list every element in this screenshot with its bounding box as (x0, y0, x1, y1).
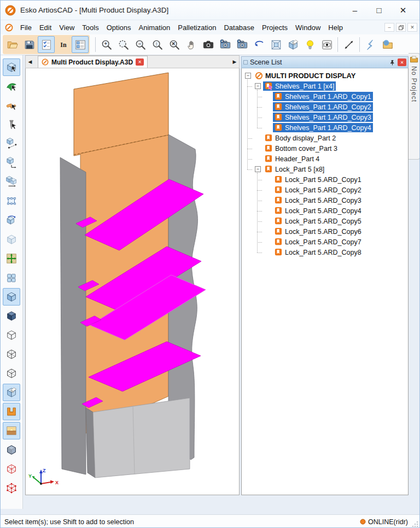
units-button[interactable]: In (55, 36, 72, 53)
menu-projects[interactable]: Projects (258, 22, 291, 33)
resize-grip[interactable] (412, 521, 418, 527)
next-view-button[interactable]: » (234, 36, 250, 53)
rotate-object-button[interactable] (3, 212, 20, 229)
view-wireframe-red-button[interactable] (3, 460, 20, 478)
close-button[interactable]: ✕ (391, 2, 415, 19)
select-part-button[interactable] (3, 97, 20, 114)
panel-close-icon[interactable]: ✕ (398, 58, 406, 66)
move-along-axis-button[interactable] (3, 154, 20, 172)
title-bar: Esko ArtiosCAD - [Multi Product Display.… (1, 1, 419, 20)
open-button[interactable] (4, 36, 21, 53)
tree-connector (247, 169, 252, 170)
view-shaded-button[interactable] (3, 307, 20, 325)
tab-close-icon[interactable]: ✕ (136, 58, 144, 66)
part-icon (275, 196, 283, 204)
zoom-out-button[interactable]: − (132, 36, 149, 53)
scene-item[interactable]: Lock_Part 5.ARD_Copy3 (243, 195, 407, 206)
scene-item[interactable]: Lock_Part 5.ARD_Copy6 (243, 226, 407, 237)
scene-item[interactable]: −MULTI PRODUCT DISPLAY (243, 71, 407, 81)
menu-palletization[interactable]: Palletization (174, 22, 220, 33)
save-icon (24, 39, 36, 51)
measure-button[interactable] (340, 36, 357, 53)
scene-item[interactable]: Shelves_Part 1.ARD_Copy3 (243, 112, 407, 122)
view-solid-button[interactable] (3, 288, 20, 306)
stretch-object-button[interactable] (3, 192, 20, 210)
menu-tools[interactable]: Tools (78, 22, 102, 33)
copy-along-axis-button[interactable] (3, 173, 20, 191)
menu-database[interactable]: Database (220, 22, 258, 33)
scene-item[interactable]: Shelves_Part 1.ARD_Copy1 (243, 91, 407, 102)
menu-help[interactable]: Help (324, 22, 347, 33)
zoom-fit-height-button[interactable]: ↕ (149, 36, 166, 53)
scene-item[interactable]: −Shelves_Part 1 [x4] (243, 81, 407, 91)
lighting-button[interactable] (301, 36, 318, 53)
menu-options[interactable]: Options (103, 22, 135, 33)
scene-item[interactable]: Body display_Part 2 (243, 133, 407, 143)
view-xray-button[interactable] (3, 365, 20, 382)
rotate-view-button[interactable] (250, 36, 267, 53)
view-hidden-line-button[interactable] (3, 326, 20, 344)
mdi-restore-button[interactable] (396, 23, 406, 32)
view-background-button[interactable] (3, 422, 20, 439)
scene-item[interactable]: Lock_Part 5.ARD_Copy1 (243, 174, 407, 185)
scene-item[interactable]: Lock_Part 5.ARD_Copy8 (243, 247, 407, 257)
camera-next-icon: » (236, 39, 248, 51)
tree-connector (257, 242, 262, 243)
mdi-minimize-button[interactable]: – (384, 23, 394, 32)
scene-item[interactable]: Shelves_Part 1.ARD_Copy4 (243, 122, 407, 133)
scene-item[interactable]: Header_Part 4 (243, 154, 407, 164)
view-corrugation-button[interactable] (3, 403, 20, 420)
mdi-close-button[interactable]: ✕ (407, 23, 417, 32)
duplicate-object-button[interactable] (3, 231, 20, 248)
defaults-button[interactable] (38, 36, 55, 53)
project-browser-button[interactable] (379, 36, 396, 53)
document-tab[interactable]: Multi Product Display.A3D ✕ (38, 56, 148, 68)
select-hardware-button[interactable] (3, 116, 20, 133)
scene-item[interactable]: −Lock_Part 5 [x8] (243, 164, 407, 174)
view-transparent-button[interactable] (3, 441, 20, 459)
menu-file[interactable]: File (16, 22, 36, 33)
menu-animation[interactable]: Animation (135, 22, 174, 33)
align-center-button[interactable] (3, 250, 20, 267)
tab-scroll-right-icon[interactable]: ▶ (230, 59, 239, 64)
save-button[interactable] (21, 36, 38, 53)
cube-shaded-icon (5, 310, 18, 322)
previous-view-button[interactable]: « (217, 36, 234, 53)
zoom-rectangle-button[interactable] (115, 36, 132, 53)
scene-item[interactable]: Lock_Part 5.ARD_Copy2 (243, 185, 407, 195)
scene-item[interactable]: Bottom cover_Part 3 (243, 143, 407, 154)
viewport-3d[interactable]: Z Y X (25, 68, 240, 495)
move-point-to-point-button[interactable] (3, 135, 20, 152)
view-eraser-button[interactable] (3, 384, 20, 401)
collapse-icon[interactable]: − (245, 73, 251, 79)
scene-item[interactable]: Lock_Part 5.ARD_Copy7 (243, 237, 407, 247)
collapse-icon[interactable]: − (255, 83, 261, 89)
pullout-view-button[interactable] (284, 36, 301, 53)
zoom-in-button[interactable]: + (98, 36, 115, 53)
pan-button[interactable] (183, 36, 200, 53)
select-button[interactable] (3, 58, 20, 76)
menu-view[interactable]: View (55, 22, 78, 33)
perspective-frame-button[interactable] (267, 36, 284, 53)
project-side-tab[interactable]: No Project (409, 53, 420, 160)
view-wireframe-button[interactable] (3, 345, 20, 363)
render-options-button[interactable] (318, 36, 335, 53)
scene-item[interactable]: Lock_Part 5.ARD_Copy4 (243, 206, 407, 216)
zoom-extents-button[interactable]: ✕ (166, 36, 183, 53)
scene-item[interactable]: Shelves_Part 1.ARD_Copy2 (243, 102, 407, 112)
pin-icon[interactable] (389, 60, 395, 66)
select-surface-button[interactable] (3, 78, 20, 95)
curve-tool-button[interactable] (362, 36, 379, 53)
scene-list-header[interactable]: Scene List ✕ (241, 56, 409, 68)
layout-panels-button[interactable] (72, 36, 89, 53)
arrange-copies-button[interactable] (3, 269, 20, 286)
tab-scroll-left-icon[interactable]: ◀ (26, 59, 34, 64)
menu-window[interactable]: Window (291, 22, 324, 33)
snapshot-button[interactable] (200, 36, 217, 53)
maximize-button[interactable]: □ (367, 2, 391, 19)
view-points-red-button[interactable] (3, 479, 20, 497)
collapse-icon[interactable]: − (255, 166, 261, 172)
scene-item[interactable]: Lock_Part 5.ARD_Copy5 (243, 216, 407, 226)
menu-edit[interactable]: Edit (36, 22, 55, 33)
minimize-button[interactable]: – (343, 2, 367, 19)
